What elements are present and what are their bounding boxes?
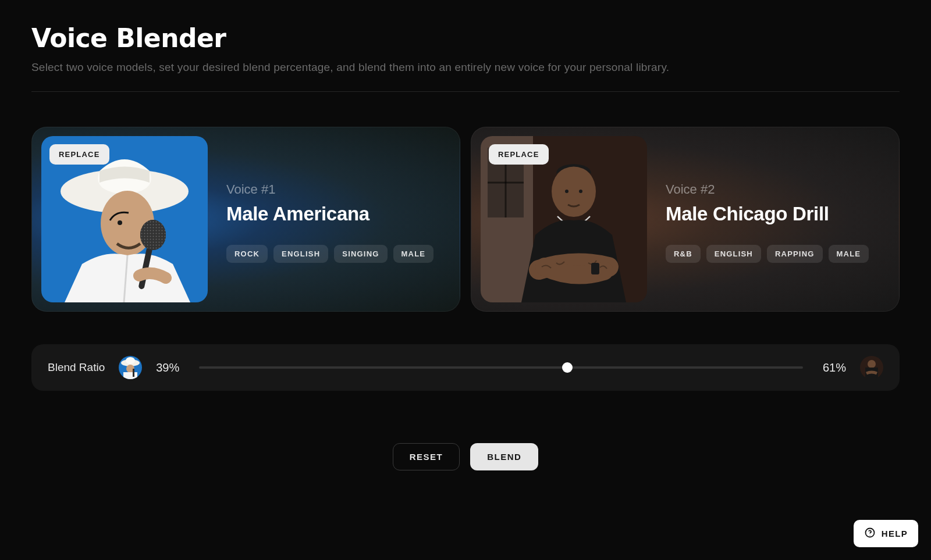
- tag: R&B: [666, 245, 701, 263]
- replace-button-2[interactable]: REPLACE: [489, 144, 549, 165]
- voice-card-2: REPLACE Voice #2 Male Chicago Drill R&B …: [471, 127, 900, 312]
- voice-label-2: Voice #2: [666, 182, 890, 197]
- svg-point-16: [579, 190, 582, 193]
- svg-point-20: [126, 357, 135, 364]
- page-title: Voice Blender: [31, 23, 900, 53]
- blend-slider[interactable]: [199, 361, 803, 374]
- blend-avatar-right: [860, 356, 883, 379]
- voice-image-1: REPLACE: [41, 136, 208, 302]
- voice-card-1: REPLACE Voice #1 Male Americana ROCK ENG…: [31, 127, 460, 312]
- tag: ENGLISH: [273, 245, 328, 263]
- tag: MALE: [829, 245, 869, 263]
- voice-cards-row: REPLACE Voice #1 Male Americana ROCK ENG…: [31, 127, 900, 312]
- tag: ROCK: [226, 245, 268, 263]
- voice-tags-2: R&B ENGLISH RAPPING MALE: [666, 245, 890, 263]
- help-label: HELP: [882, 529, 908, 538]
- svg-point-15: [565, 190, 568, 193]
- svg-point-25: [868, 360, 876, 368]
- voice-info-1: Voice #1 Male Americana ROCK ENGLISH SIN…: [226, 176, 450, 263]
- slider-thumb[interactable]: [562, 362, 573, 373]
- svg-point-3: [118, 220, 122, 225]
- help-button[interactable]: HELP: [854, 520, 918, 547]
- tag: RAPPING: [767, 245, 823, 263]
- blend-avatar-left: [119, 356, 142, 379]
- svg-rect-17: [591, 263, 599, 274]
- voice-name-2: Male Chicago Drill: [666, 203, 890, 225]
- blend-button[interactable]: BLEND: [470, 443, 538, 470]
- voice-label-1: Voice #1: [226, 182, 450, 197]
- tag: ENGLISH: [706, 245, 761, 263]
- slider-track: [199, 366, 803, 369]
- blend-pct-right: 61%: [817, 361, 846, 374]
- blend-ratio-label: Blend Ratio: [48, 361, 105, 374]
- svg-point-28: [869, 535, 870, 536]
- tag: SINGING: [334, 245, 387, 263]
- help-icon: [864, 527, 876, 540]
- svg-rect-22: [123, 372, 137, 379]
- voice-name-1: Male Americana: [226, 203, 450, 225]
- svg-rect-23: [133, 369, 134, 377]
- reset-button[interactable]: RESET: [393, 443, 460, 470]
- voice-info-2: Voice #2 Male Chicago Drill R&B ENGLISH …: [666, 176, 890, 263]
- blend-ratio-bar: Blend Ratio 39% 61%: [31, 344, 900, 391]
- voice-image-2: REPLACE: [481, 136, 647, 302]
- svg-point-6: [140, 220, 166, 250]
- page-subtitle: Select two voice models, set your desire…: [31, 61, 900, 74]
- voice-tags-1: ROCK ENGLISH SINGING MALE: [226, 245, 450, 263]
- divider: [31, 91, 900, 92]
- tag: MALE: [393, 245, 434, 263]
- svg-point-14: [552, 166, 596, 217]
- replace-button-1[interactable]: REPLACE: [49, 144, 109, 165]
- action-buttons: RESET BLEND: [31, 443, 900, 470]
- blend-pct-left: 39%: [156, 361, 185, 374]
